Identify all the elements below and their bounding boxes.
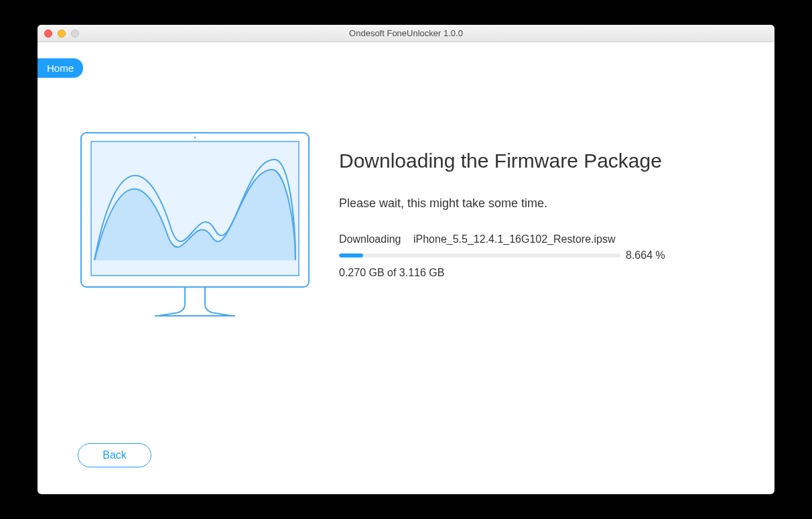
download-file-row: Downloading iPhone_5.5_12.4.1_16G102_Res…: [339, 233, 734, 245]
page-heading: Downloading the Firmware Package: [339, 150, 734, 172]
window-title: Ondesoft FoneUnlocker 1.0.0: [38, 28, 774, 38]
right-pane: Downloading the Firmware Package Please …: [339, 129, 734, 327]
download-label: Downloading: [339, 233, 401, 245]
content-area: Home: [38, 42, 774, 494]
download-filename: iPhone_5.5_12.4.1_16G102_Restore.ipsw: [413, 233, 616, 245]
progress-row: 8.664 %: [339, 249, 734, 262]
monitor-illustration: [78, 129, 312, 327]
progress-fill: [339, 253, 363, 257]
svg-point-3: [194, 137, 196, 139]
main-row: Downloading the Firmware Package Please …: [38, 42, 774, 327]
app-window: Ondesoft FoneUnlocker 1.0.0 Home: [38, 25, 774, 494]
progress-bar: [339, 253, 620, 257]
download-size: 0.270 GB of 3.116 GB: [339, 267, 734, 279]
page-subtext: Please wait, this might take some time.: [339, 196, 734, 211]
progress-percent: 8.664 %: [626, 249, 665, 262]
titlebar: Ondesoft FoneUnlocker 1.0.0: [38, 25, 774, 42]
home-button[interactable]: Home: [38, 58, 83, 78]
back-button[interactable]: Back: [78, 443, 151, 467]
